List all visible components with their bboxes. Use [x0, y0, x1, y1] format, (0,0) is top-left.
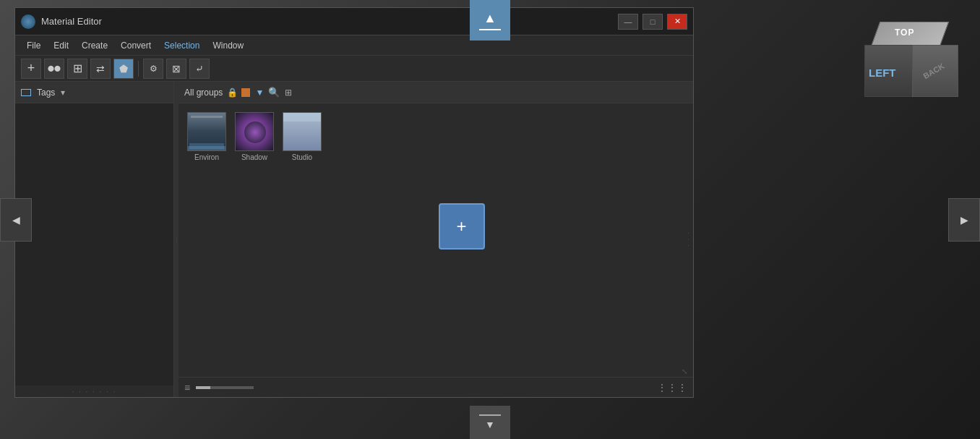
studio-label: Studio [292, 153, 312, 161]
corner-resize-handle[interactable]: ⤡ [682, 367, 687, 375]
right-arrow-icon: ▶ [960, 214, 968, 226]
down-arrow-icon: ▼ [485, 419, 495, 430]
list-view-icon[interactable]: ≡ [184, 382, 190, 393]
cube-left-label: LEFT [869, 67, 896, 79]
scroll-down-button[interactable]: ▼ [470, 406, 510, 439]
menu-selection[interactable]: Selection [158, 38, 205, 53]
browser-content-area: Environ Shadow Studio [179, 103, 693, 377]
toolbar-separator-1 [138, 61, 139, 77]
grid-view-icon[interactable]: ⋮⋮⋮ [657, 382, 687, 393]
tags-label: Tags [37, 88, 55, 98]
create-folder-button[interactable]: + [439, 203, 485, 250]
grid-icon: ⊞ [73, 61, 82, 75]
app-icon [21, 14, 35, 29]
create-folder-icon: + [457, 216, 467, 236]
menu-window[interactable]: Window [207, 38, 249, 53]
tags-dropdown[interactable]: Tags ▾ [21, 88, 65, 98]
move-button[interactable]: ⇄ [90, 59, 111, 79]
slider-track [196, 386, 254, 389]
paint-icon: ⬟ [119, 63, 128, 74]
dots-icon: ⬤⬤ [48, 65, 61, 72]
material-color-indicator [241, 88, 250, 97]
right-resize-handle[interactable]: · · · [685, 232, 692, 247]
menu-create[interactable]: Create [76, 38, 113, 53]
material-item-studio[interactable]: Studio [280, 109, 324, 164]
close-button[interactable]: ✕ [667, 14, 687, 30]
create-folder-area: + [439, 203, 485, 250]
delete-button[interactable]: ⊠ [166, 59, 186, 79]
scroll-up-button[interactable]: ▲ [470, 0, 510, 41]
environ-label: Environ [194, 153, 219, 161]
graph-button[interactable]: ⤶ [189, 59, 210, 79]
view-cube[interactable]: TOP LEFT BACK [864, 22, 958, 116]
search-icon[interactable]: 🔍 [269, 88, 279, 98]
view-toggle-icon[interactable]: ⊞ [283, 88, 293, 98]
add-icon: + [27, 61, 35, 76]
filter-icon[interactable]: ▼ [254, 88, 265, 98]
restore-button[interactable]: □ [642, 14, 663, 30]
tags-panel-header: Tags ▾ [15, 82, 173, 103]
tags-chevron: ▾ [61, 88, 65, 98]
delete-icon: ⊠ [172, 63, 181, 74]
slider-fill [196, 386, 210, 389]
material-item-environ[interactable]: Environ [184, 109, 229, 164]
menu-bar: File Edit Create Convert Selection Windo… [15, 35, 693, 56]
browser-panel: All groups 🔒 ▼ 🔍 ⊞ Environ [179, 82, 693, 397]
title-bar: Material Editor — □ ✕ [15, 8, 693, 35]
left-panel: Tags ▾ · · · · · · · [15, 82, 174, 397]
material-item-shadow[interactable]: Shadow [232, 109, 277, 164]
studio-thumbnail [283, 112, 322, 151]
panel-resize-handle[interactable]: · · · · · · · [15, 385, 173, 397]
menu-edit[interactable]: Edit [48, 38, 74, 53]
broom-icon: ⚙ [150, 64, 158, 74]
all-groups-label[interactable]: All groups [184, 88, 223, 98]
up-arrow-icon: ▲ [483, 11, 497, 26]
graph-icon: ⤶ [195, 63, 204, 74]
tags-icon [21, 89, 31, 96]
tags-list [15, 103, 173, 385]
resize-dots-icon: · · · · · · · [72, 388, 116, 396]
main-content: Tags ▾ · · · · · · · · · · All groups 🔒 … [15, 82, 693, 397]
shadow-thumbnail [235, 112, 274, 151]
lock-icon[interactable]: 🔒 [227, 88, 237, 98]
material-editor-window: Material Editor — □ ✕ File Edit Create C… [14, 7, 694, 398]
environ-thumbnail [187, 112, 226, 151]
add-button[interactable]: + [21, 59, 41, 79]
broom-button[interactable]: ⚙ [143, 59, 163, 79]
minimize-button[interactable]: — [618, 14, 638, 30]
scroll-left-button[interactable]: ◀ [0, 198, 32, 242]
menu-convert[interactable]: Convert [115, 38, 157, 53]
browser-footer: ≡ ⋮⋮⋮ [179, 377, 693, 397]
paint-button[interactable]: ⬟ [113, 59, 134, 79]
options-button[interactable]: ⬤⬤ [44, 59, 64, 79]
size-slider[interactable] [196, 386, 254, 389]
move-icon: ⇄ [96, 63, 105, 74]
cube-top-label: TOP [895, 27, 914, 38]
browser-toolbar: All groups 🔒 ▼ 🔍 ⊞ [179, 82, 693, 103]
toolbar: + ⬤⬤ ⊞ ⇄ ⬟ ⚙ ⊠ ⤶ [15, 56, 693, 82]
window-controls: — □ ✕ [618, 14, 687, 30]
materials-grid: Environ Shadow Studio [179, 103, 693, 170]
menu-file[interactable]: File [21, 38, 46, 53]
shadow-label: Shadow [241, 153, 267, 161]
window-title: Material Editor [41, 16, 618, 27]
scroll-right-button[interactable]: ▶ [948, 198, 980, 242]
grid-button[interactable]: ⊞ [67, 59, 87, 79]
left-arrow-icon: ◀ [12, 214, 20, 226]
